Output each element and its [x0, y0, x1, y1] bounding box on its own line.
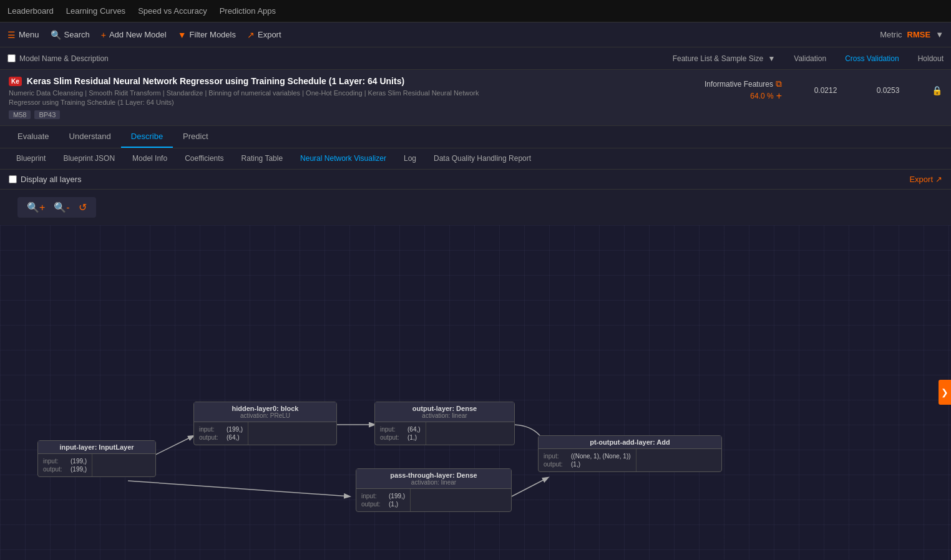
- model-card: Ke Keras Slim Residual Neural Network Re…: [0, 70, 951, 126]
- hidden-layer-title: hidden-layer0: block activation: PReLU: [194, 402, 336, 422]
- model-description: Numeric Data Cleansing | Smooth Ridit Tr…: [9, 89, 508, 108]
- pt-output-add-title: pt-output-add-layer: Add: [539, 436, 721, 449]
- subtab-data-quality[interactable]: Data Quality Handling Report: [425, 148, 540, 169]
- filter-models-button[interactable]: ▼ Filter Models: [178, 30, 236, 40]
- metric-label: Metric: [880, 30, 902, 39]
- model-title: Ke Keras Slim Residual Neural Network Re…: [9, 76, 705, 86]
- output-dense-layer-node: output-layer: Dense activation: linear i…: [374, 402, 515, 445]
- subtab-coefficients[interactable]: Coefficients: [176, 148, 232, 169]
- model-tag-m58: M58: [9, 110, 31, 119]
- sub-tabs: Blueprint Blueprint JSON Model Info Coef…: [0, 148, 951, 170]
- informative-label: Informative Features: [705, 80, 773, 89]
- model-title-text: Keras Slim Residual Neural Network Regre…: [27, 76, 404, 86]
- display-all-checkbox[interactable]: [9, 175, 17, 183]
- tab-predict[interactable]: Predict: [173, 125, 218, 148]
- model-name-checkbox[interactable]: [7, 54, 16, 62]
- informative-features-section: Informative Features ⧉ 64.0 % +: [705, 79, 782, 102]
- nav-prediction-apps[interactable]: Prediction Apps: [220, 6, 276, 16]
- input-layer-node: input-layer: InputLayer input: (199,) ou…: [37, 440, 156, 477]
- nav-learning-curves[interactable]: Learning Curves: [66, 6, 125, 16]
- zoom-reset-button[interactable]: ↺: [76, 200, 90, 215]
- informative-percent: 64.0 %: [750, 92, 773, 100]
- metric-dropdown-icon[interactable]: ▼: [935, 30, 944, 39]
- model-tag-bp43: BP43: [34, 110, 60, 119]
- metric-section: Metric RMSE ▼: [880, 30, 944, 39]
- cross-validation-header: Cross Validation: [845, 54, 899, 63]
- feature-list-label: Feature List & Sample Size ▼: [673, 54, 776, 63]
- toolbar: ☰ Menu 🔍 Search + Add New Model ▼ Filter…: [0, 22, 951, 47]
- hidden-layer-node: hidden-layer0: block activation: PReLU i…: [193, 402, 337, 445]
- search-icon: 🔍: [51, 30, 61, 40]
- tab-describe[interactable]: Describe: [121, 125, 173, 148]
- pass-through-layer-node: pass-through-layer: Dense activation: li…: [356, 468, 512, 512]
- informative-plus-icon[interactable]: +: [776, 90, 782, 102]
- export-arrow-icon: ↗: [935, 175, 942, 184]
- validation-header: Validation: [794, 54, 826, 63]
- add-model-button[interactable]: + Add New Model: [101, 30, 167, 40]
- filter-feature-icon[interactable]: ▼: [768, 54, 775, 63]
- subtab-blueprint[interactable]: Blueprint: [7, 148, 54, 169]
- nav-speed-vs-accuracy[interactable]: Speed vs Accuracy: [138, 6, 207, 16]
- tab-evaluate[interactable]: Evaluate: [7, 125, 59, 148]
- feature-list-section: Feature List & Sample Size ▼ Validation …: [673, 54, 944, 63]
- nav-leaderboard[interactable]: Leaderboard: [7, 6, 54, 16]
- model-name-checkbox-label[interactable]: Model Name & Description: [7, 54, 109, 63]
- score-cross-validation: 0.0253: [869, 86, 907, 95]
- viz-export-button[interactable]: Export ↗: [909, 175, 942, 184]
- search-button[interactable]: 🔍 Search: [51, 30, 90, 40]
- main-tabs: Evaluate Understand Describe Predict: [0, 126, 951, 148]
- pass-through-title: pass-through-layer: Dense activation: li…: [356, 469, 511, 489]
- model-header-row: Model Name & Description Feature List & …: [0, 47, 951, 70]
- tab-understand[interactable]: Understand: [59, 125, 121, 148]
- output-dense-title: output-layer: Dense activation: linear: [375, 402, 514, 422]
- export-button[interactable]: ↗ Export: [247, 30, 281, 40]
- nn-visualizer-canvas: input-layer: InputLayer input: (199,) ou…: [0, 225, 951, 560]
- model-type-icon: Ke: [9, 77, 22, 86]
- lock-icon: 🔒: [932, 85, 942, 95]
- informative-icon[interactable]: ⧉: [776, 79, 782, 89]
- holdout-header: Holdout: [918, 54, 944, 63]
- zoom-out-button[interactable]: 🔍-: [51, 200, 72, 215]
- zoom-in-button[interactable]: 🔍+: [24, 200, 48, 215]
- filter-icon: ▼: [178, 30, 187, 40]
- subtab-nn-visualizer[interactable]: Neural Network Visualizer: [291, 148, 395, 169]
- display-all-label[interactable]: Display all layers: [9, 175, 82, 184]
- metric-value: RMSE: [907, 30, 931, 39]
- menu-button[interactable]: ☰ Menu: [7, 30, 39, 40]
- model-tags: M58 BP43: [9, 110, 705, 119]
- top-nav: Leaderboard Learning Curves Speed vs Acc…: [0, 0, 951, 22]
- export-icon: ↗: [247, 30, 255, 40]
- score-validation: 0.0212: [807, 86, 844, 95]
- input-layer-title: input-layer: InputLayer: [38, 441, 155, 454]
- side-panel-toggle[interactable]: ❯: [939, 380, 951, 405]
- viz-toolbar: Display all layers Export ↗: [0, 170, 951, 190]
- zoom-controls: 🔍+ 🔍- ↺: [17, 197, 96, 218]
- pt-output-add-node: pt-output-add-layer: Add input: ((None, …: [538, 435, 722, 472]
- subtab-blueprint-json[interactable]: Blueprint JSON: [54, 148, 124, 169]
- subtab-model-info[interactable]: Model Info: [124, 148, 176, 169]
- subtab-log[interactable]: Log: [395, 148, 425, 169]
- plus-icon: +: [101, 30, 106, 40]
- subtab-rating-table[interactable]: Rating Table: [233, 148, 292, 169]
- menu-icon: ☰: [7, 30, 16, 40]
